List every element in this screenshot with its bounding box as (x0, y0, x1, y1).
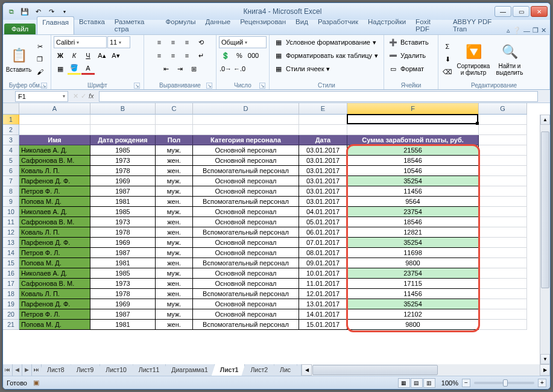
data-cell[interactable]: 03.01.2017 (299, 156, 347, 166)
name-cell[interactable]: Николаев А. Д. (19, 145, 90, 156)
name-cell[interactable]: Коваль Л. П. (19, 227, 90, 238)
scroll-up-icon[interactable]: ▲ (540, 115, 550, 125)
ribbon-tab[interactable]: Надстройки (363, 16, 411, 34)
name-cell[interactable]: Попова М. Д. (19, 320, 90, 330)
data-cell[interactable]: 03.01.2017 (299, 186, 347, 197)
cell[interactable] (193, 125, 299, 135)
cell[interactable] (347, 115, 479, 125)
data-cell[interactable]: муж. (156, 186, 193, 197)
increase-decimal-icon[interactable]: .0→ (219, 63, 232, 75)
table-header[interactable]: Категория персонала (193, 135, 299, 145)
cell[interactable] (479, 207, 527, 217)
ribbon-tab[interactable]: Foxit PDF (411, 16, 448, 34)
merge-icon[interactable]: ⊞ (188, 63, 201, 75)
name-cell[interactable]: Петров Ф. Л. (19, 309, 90, 320)
data-cell[interactable]: 9800 (347, 258, 479, 268)
table-header[interactable]: Имя (19, 135, 90, 145)
data-cell[interactable]: 1978 (90, 289, 156, 299)
name-cell[interactable]: Коваль Л. П. (19, 166, 90, 176)
worksheet-grid[interactable]: ABCDEFG 12345678910111213141516171819202… (3, 103, 550, 364)
maximize-button[interactable]: ▭ (513, 6, 529, 17)
launcher-icon[interactable]: ↘ (41, 83, 47, 89)
data-cell[interactable]: 03.01.2017 (299, 145, 347, 156)
help-icon[interactable]: ❔ (513, 27, 521, 34)
data-cell[interactable]: 1978 (90, 227, 156, 238)
cell[interactable] (479, 135, 527, 145)
name-cell[interactable]: Петров Ф. Л. (19, 248, 90, 258)
scroll-left-icon[interactable]: ◀ (302, 364, 312, 376)
enter-formula-icon[interactable]: ✓ (81, 92, 86, 100)
align-top-icon[interactable]: ≡ (153, 36, 166, 48)
data-cell[interactable]: 10.01.2017 (299, 268, 347, 279)
data-cell[interactable]: 1987 (90, 186, 156, 197)
column-header[interactable]: E (299, 103, 347, 115)
data-cell[interactable]: 18546 (347, 217, 479, 227)
data-cell[interactable]: муж. (156, 268, 193, 279)
data-cell[interactable]: 1981 (90, 320, 156, 330)
cell[interactable] (479, 197, 527, 207)
cell[interactable] (479, 279, 527, 289)
conditional-formatting-button[interactable]: ▦Условное форматирование ▾ (272, 36, 381, 48)
sheet-tab[interactable]: Диаграмма1 (163, 364, 214, 376)
data-cell[interactable]: 11698 (347, 248, 479, 258)
row-header[interactable]: 21 (3, 320, 19, 330)
ribbon-tab[interactable]: ABBYY PDF Tran (448, 16, 507, 34)
data-cell[interactable]: 09.01.2017 (299, 258, 347, 268)
cell[interactable] (479, 166, 527, 176)
row-header[interactable]: 16 (3, 268, 19, 279)
row-header[interactable]: 10 (3, 207, 19, 217)
data-cell[interactable]: 35254 (347, 238, 479, 248)
data-cell[interactable]: жен. (156, 156, 193, 166)
row-header[interactable]: 14 (3, 248, 19, 258)
cancel-formula-icon[interactable]: ✕ (73, 92, 78, 100)
data-cell[interactable]: 11456 (347, 289, 479, 299)
row-header[interactable]: 8 (3, 186, 19, 197)
ribbon-tab[interactable]: Разметка стра (110, 16, 161, 34)
data-cell[interactable]: 11456 (347, 186, 479, 197)
wrap-text-icon[interactable]: ↵ (194, 49, 207, 62)
data-cell[interactable]: 03.01.2017 (299, 166, 347, 176)
data-cell[interactable]: Основной персонал (193, 217, 299, 227)
cell[interactable] (479, 238, 527, 248)
data-cell[interactable]: 03.01.2017 (299, 176, 347, 186)
row-header[interactable]: 7 (3, 176, 19, 186)
select-all-corner[interactable] (3, 103, 19, 115)
excel-icon[interactable]: ⧉ (5, 5, 17, 17)
number-format-combo[interactable]: Общий▾ (219, 36, 267, 48)
data-cell[interactable]: жен. (156, 279, 193, 289)
data-cell[interactable]: Основной персонал (193, 279, 299, 289)
data-cell[interactable]: Основной персонал (193, 186, 299, 197)
ribbon-tab[interactable]: Рецензирован (235, 16, 291, 34)
data-cell[interactable]: 03.01.2017 (299, 197, 347, 207)
page-layout-view-icon[interactable]: ▤ (411, 378, 423, 388)
ribbon-tab[interactable]: Вид (291, 16, 313, 34)
zoom-in-icon[interactable]: + (538, 379, 546, 387)
align-center-icon[interactable]: ≡ (166, 49, 180, 62)
data-cell[interactable]: муж. (156, 145, 193, 156)
column-header[interactable]: F (347, 103, 479, 115)
row-header[interactable]: 17 (3, 279, 19, 289)
first-sheet-icon[interactable]: ⏮ (3, 364, 13, 376)
cells[interactable]: ИмяДата рожденияПолКатегория персоналаДа… (19, 115, 540, 364)
font-color-icon[interactable]: A (81, 63, 95, 75)
data-cell[interactable]: 17115 (347, 279, 479, 289)
name-cell[interactable]: Попова М. Д. (19, 258, 90, 268)
borders-icon[interactable]: ▦ (54, 63, 67, 75)
row-header[interactable]: 18 (3, 289, 19, 299)
align-middle-icon[interactable]: ≡ (166, 36, 180, 48)
cell[interactable] (347, 125, 479, 135)
row-header[interactable]: 12 (3, 227, 19, 238)
data-cell[interactable]: 1981 (90, 197, 156, 207)
fill-icon[interactable]: ⬇ (441, 53, 454, 65)
name-cell[interactable]: Сафронова В. М. (19, 279, 90, 289)
sort-filter-button[interactable]: 🔽 Сортировка и фильтр (455, 39, 491, 79)
name-cell[interactable]: Сафронова В. М. (19, 156, 90, 166)
cell[interactable] (479, 299, 527, 309)
data-cell[interactable]: Вспомогательный персонал (193, 320, 299, 330)
name-cell[interactable]: Парфенов Д. Ф. (19, 238, 90, 248)
cell[interactable] (299, 125, 347, 135)
cell[interactable] (479, 176, 527, 186)
scroll-right-icon[interactable]: ▶ (540, 364, 550, 376)
cell[interactable] (479, 268, 527, 279)
cell[interactable] (479, 125, 527, 135)
